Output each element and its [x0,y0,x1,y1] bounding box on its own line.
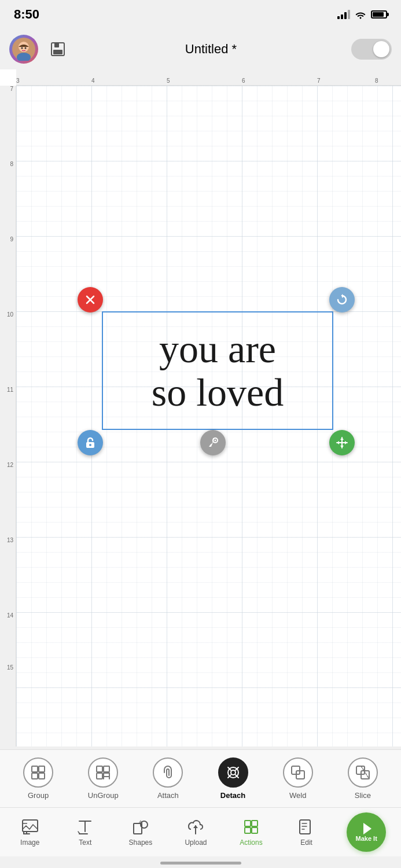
svg-marker-21 [345,441,347,444]
svg-rect-55 [252,821,257,826]
header: Untitled * [0,29,401,69]
status-bar: 8:50 [0,0,401,29]
ruler-mark: 12 [7,462,13,468]
nav-label-actions: Actions [240,838,262,847]
ruler-mark: 5 [167,78,170,84]
ruler-top: 3 4 5 6 7 8 [16,69,401,86]
actions-toolbar: Group UnGroup Attach [0,749,401,807]
ruler-mark: 10 [7,311,13,318]
save-icon [49,41,67,58]
ungroup-action[interactable]: UnGroup [80,753,126,804]
attach-icon [160,765,175,780]
text-content: you areso loved [106,314,329,428]
svg-rect-56 [245,827,251,833]
attach-icon-circle [153,757,183,788]
toggle-knob [373,41,389,57]
detach-action[interactable]: Detach [210,753,256,804]
lock-handle[interactable] [78,430,103,455]
text-nav-icon [76,818,94,836]
svg-rect-40 [23,820,38,832]
ruler-mark: 14 [7,612,13,619]
svg-point-4 [25,47,27,49]
slice-label: Slice [355,791,371,800]
ruler-mark: 7 [10,86,13,92]
svg-rect-25 [39,773,45,779]
svg-point-14 [215,440,216,442]
svg-rect-6 [54,43,59,47]
text-element[interactable]: you areso loved [102,311,333,430]
save-button[interactable] [45,36,71,62]
group-label: Group [28,791,49,800]
svg-rect-22 [32,766,38,772]
svg-point-30 [231,770,236,775]
signal-bars-icon [337,10,350,19]
nav-item-actions[interactable]: Actions [234,815,268,849]
ruler-mark: 4 [91,78,95,84]
ungroup-icon [95,765,111,780]
group-action[interactable]: Group [15,753,61,804]
nav-item-upload[interactable]: Upload [178,815,213,849]
slice-action[interactable]: Slice [340,753,386,804]
nav-label-text: Text [79,838,91,847]
nav-item-shapes[interactable]: Shapes [123,815,158,849]
svg-rect-28 [97,773,102,779]
make-it-label: Make It [356,835,377,842]
attach-action[interactable]: Attach [145,753,191,804]
nav-label-image: Image [20,838,39,847]
weld-icon [290,765,306,780]
toggle-switch[interactable] [351,39,392,60]
edit-nav-icon [297,818,316,836]
nav-item-edit[interactable]: Edit [289,815,324,849]
canvas-area: 3 4 5 6 7 8 7 8 9 10 11 12 13 14 15 you … [0,69,401,746]
rotate-handle[interactable] [329,287,355,312]
play-icon [363,823,371,834]
ruler-mark: 8 [10,161,13,167]
ruler-mark: 9 [10,236,13,242]
detach-icon-circle [218,757,248,788]
avatar[interactable] [9,35,38,64]
unlock-icon [84,436,97,449]
svg-rect-58 [300,820,310,834]
design-grid[interactable]: you areso loved [16,86,401,746]
svg-marker-20 [337,441,339,444]
make-it-button[interactable]: Make It [347,812,386,852]
text-cursive-label: you areso loved [152,328,284,414]
nav-item-text[interactable]: Text [68,815,102,849]
svg-rect-23 [39,766,45,772]
ruler-left: 7 8 9 10 11 12 13 14 15 [0,86,16,746]
nav-item-makeit[interactable]: Make It [344,810,388,854]
svg-marker-10 [342,294,344,298]
battery-icon [371,10,387,19]
group-icon-circle [23,757,53,788]
svg-rect-57 [252,827,257,833]
nav-item-image[interactable]: Image [13,815,47,849]
slice-icon-circle [348,757,378,788]
bottom-nav: Image Text Shapes [0,807,401,856]
svg-rect-54 [245,821,251,826]
close-icon [84,294,96,306]
edit-text-handle[interactable] [200,430,226,455]
document-title: Untitled * [71,42,351,57]
attach-label: Attach [157,791,179,800]
svg-marker-19 [340,446,344,448]
home-indicator [160,862,241,865]
wifi-icon [355,10,366,19]
svg-rect-27 [104,766,109,772]
edit-text-icon [206,436,220,450]
scale-handle[interactable] [329,430,355,455]
shapes-nav-icon [131,818,150,836]
delete-handle[interactable] [78,287,103,312]
svg-line-15 [213,438,214,443]
weld-action[interactable]: Weld [275,753,321,804]
svg-marker-18 [340,437,344,440]
svg-point-12 [89,444,91,446]
svg-rect-7 [53,50,62,54]
slice-icon [355,765,370,780]
ungroup-label: UnGroup [88,791,119,800]
group-icon [31,765,46,780]
nav-label-shapes: Shapes [129,838,153,847]
weld-icon-circle [283,757,313,788]
ruler-mark: 3 [16,78,20,84]
ruler-mark: 11 [7,387,13,393]
image-nav-icon [21,818,39,836]
